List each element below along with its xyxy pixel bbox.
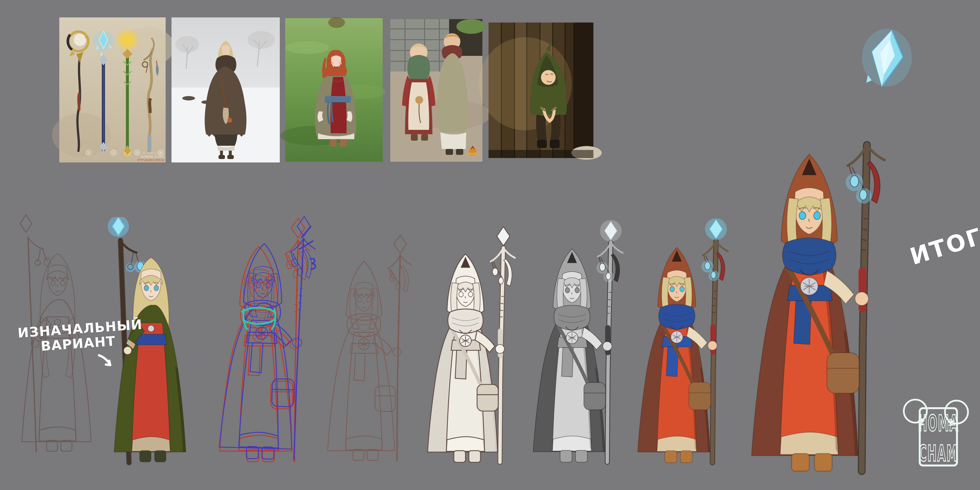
photo-staff-designs: 1 2 3 4 © MAIL.RU ROMAN GURO HTTP://GURO…: [59, 18, 165, 162]
staff-designs-art: 1 2 3 4 © MAIL.RU ROMAN GURO HTTP://GURO…: [59, 18, 165, 162]
two-children-art: [390, 19, 482, 162]
final-floating-crystal: [861, 27, 913, 92]
staff-number: 2: [113, 151, 115, 154]
stage-light-lineart: [318, 202, 415, 463]
photo-toddler-on-grass: [285, 18, 383, 162]
photo-girl-in-snow: [172, 18, 280, 162]
concept-art-board: 1 2 3 4 © MAIL.RU ROMAN GURO HTTP://GURO…: [0, 0, 980, 490]
photo-two-children: [390, 19, 482, 162]
staff-number: 3: [136, 151, 138, 154]
logo-text-line1: HOMA: [918, 410, 959, 436]
stage-refined-lineart: [417, 195, 519, 465]
photo-hooded-toddler: [488, 22, 593, 158]
girl-in-snow-art: [172, 18, 280, 162]
stage-rough-color-sketch: [209, 189, 315, 465]
credit-line: HTTP://GURO.COM.UA: [137, 159, 164, 161]
artist-logo: HOMA CHAM: [902, 390, 975, 478]
stage-color-render: [627, 186, 733, 466]
note-final-label: ИТОГ: [907, 223, 980, 270]
stage-final-render: [733, 112, 894, 475]
logo-text-line2: CHAM: [918, 441, 958, 466]
toddler-on-grass-art: [285, 18, 383, 162]
hooded-toddler-art: [488, 22, 593, 158]
staff-number: 1: [88, 151, 90, 154]
credit-line: ROMAN GURO: [141, 155, 164, 159]
credit-line: © MAIL.RU: [142, 151, 164, 155]
stage-grayscale-render: [522, 191, 627, 465]
curved-arrow-icon: [97, 354, 113, 368]
